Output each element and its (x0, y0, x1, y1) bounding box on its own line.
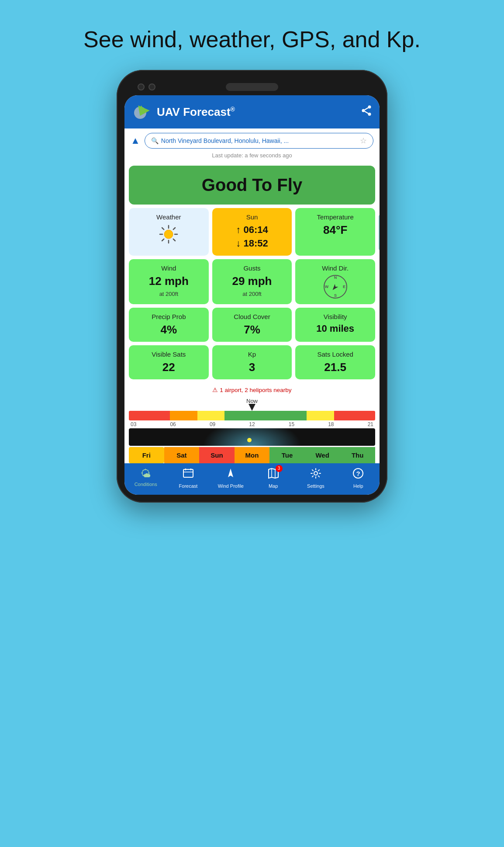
camera-left (138, 83, 145, 90)
tile-cloud-value: 7% (244, 323, 260, 337)
tile-visible-sats-label: Visible Sats (152, 351, 186, 358)
nav-conditions[interactable]: 🌤 Conditions (124, 468, 167, 489)
hour-12: 12 (249, 421, 255, 427)
tile-visibility: Visibility 10 miles (295, 308, 375, 342)
search-icon: 🔍 (151, 137, 159, 144)
nav-map-label: Map (269, 483, 278, 489)
map-badge: 3 (276, 465, 283, 472)
timeline-section: Now 03 06 09 12 15 18 21 (124, 397, 380, 463)
svg-line-7 (365, 108, 368, 110)
hour-06: 06 (170, 421, 176, 427)
tile-sun: Sun ↑ 06:14 ↓ 18:52 (212, 208, 292, 256)
page-headline: See wind, weather, GPS, and Kp. (66, 26, 438, 52)
nav-settings-label: Settings (307, 483, 324, 489)
app-logo (131, 101, 152, 122)
day-thu[interactable]: Thu (340, 447, 375, 463)
hour-09: 09 (210, 421, 215, 427)
svg-line-14 (173, 239, 175, 241)
search-area: ▲ 🔍 North Vineyard Boulevard, Honolulu, … (124, 128, 380, 150)
tile-temperature-value: 84°F (323, 223, 347, 237)
share-icon[interactable] (360, 104, 373, 120)
tl-red-2 (334, 411, 375, 420)
nav-settings[interactable]: Settings (294, 468, 337, 489)
svg-point-5 (368, 112, 371, 115)
nav-wind-profile[interactable]: Wind Profile (210, 468, 252, 489)
tile-precip-value: 4% (161, 323, 177, 337)
tile-weather-label: Weather (156, 213, 181, 221)
day-sat[interactable]: Sat (164, 447, 200, 463)
tile-sun-times: ↑ 06:14 ↓ 18:52 (236, 223, 268, 250)
tile-visible-sats: Visible Sats 22 (129, 345, 209, 379)
map-icon: 3 (268, 468, 279, 482)
tile-cloud-cover: Cloud Cover 7% (212, 308, 292, 342)
svg-text:W: W (324, 285, 328, 289)
svg-line-15 (173, 228, 175, 229)
search-input[interactable]: North Vineyard Boulevard, Honolulu, Hawa… (161, 137, 357, 144)
nav-forecast-label: Forecast (179, 483, 198, 489)
tile-gusts-label: Gusts (243, 264, 260, 272)
tile-sats-locked: Sats Locked 21.5 (295, 345, 375, 379)
svg-text:?: ? (356, 470, 360, 477)
phone-frame: UAV Forecast® ▲ 🔍 North Vineyard Bouleva… (117, 70, 387, 503)
hour-03: 03 (131, 421, 136, 427)
tile-sun-label: Sun (246, 213, 258, 221)
nav-help[interactable]: ? Help (337, 468, 380, 489)
search-input-wrap[interactable]: 🔍 North Vineyard Boulevard, Honolulu, Ha… (145, 133, 373, 149)
tile-wind-dir: Wind Dir. N E S W (295, 259, 375, 304)
tile-kp-label: Kp (248, 351, 256, 358)
nav-forecast[interactable]: Forecast (167, 468, 209, 489)
tile-gusts-value: 29 mph (232, 274, 272, 288)
day-fri[interactable]: Fri (129, 447, 164, 463)
day-tue[interactable]: Tue (269, 447, 305, 463)
day-selector: Fri Sat Sun Mon Tue Wed Thu (129, 447, 375, 463)
tile-precip-label: Precip Prob (152, 313, 186, 320)
nav-help-label: Help (353, 483, 363, 489)
tl-yellow-1 (197, 411, 225, 420)
good-to-fly-text: Good To Fly (202, 175, 302, 194)
nav-map[interactable]: 3 Map (252, 468, 294, 489)
compass-icon: N E S W (323, 274, 348, 299)
svg-marker-22 (331, 284, 338, 291)
svg-marker-27 (228, 469, 233, 477)
tile-visibility-label: Visibility (324, 313, 347, 320)
phone-screen: UAV Forecast® ▲ 🔍 North Vineyard Bouleva… (124, 95, 380, 495)
tile-gusts: Gusts 29 mph at 200ft (212, 259, 292, 304)
app-title: UAV Forecast® (157, 105, 235, 119)
day-mon[interactable]: Mon (235, 447, 270, 463)
sun-arc (203, 428, 301, 446)
tile-sats-locked-label: Sats Locked (317, 351, 353, 358)
settings-icon (310, 468, 321, 482)
favorite-star-icon[interactable]: ☆ (360, 136, 367, 146)
hour-18: 18 (328, 421, 334, 427)
nav-conditions-label: Conditions (135, 482, 157, 487)
svg-text:N: N (334, 275, 337, 280)
tile-kp: Kp 3 (212, 345, 292, 379)
camera-right (148, 83, 155, 90)
help-icon: ? (352, 468, 364, 482)
tile-visibility-value: 10 miles (316, 323, 354, 334)
sun-icon (158, 223, 180, 245)
tl-green-2 (280, 411, 307, 420)
forecast-icon (183, 468, 194, 482)
now-label: Now (246, 398, 258, 404)
location-arrow-icon[interactable]: ▲ (131, 135, 140, 146)
warning-text: 1 airport, 2 heliports nearby (220, 387, 291, 393)
svg-line-16 (162, 239, 164, 241)
tl-green-1 (224, 411, 279, 420)
wind-profile-icon (225, 468, 236, 482)
tile-temperature-label: Temperature (317, 213, 354, 221)
tile-cloud-label: Cloud Cover (234, 313, 270, 320)
now-arrow (249, 404, 255, 411)
sun-dot (247, 438, 252, 442)
tile-precip-prob: Precip Prob 4% (129, 308, 209, 342)
day-wed[interactable]: Wed (305, 447, 340, 463)
hour-15: 15 (289, 421, 294, 427)
tile-wind-value: 12 mph (149, 274, 189, 288)
day-sun[interactable]: Sun (199, 447, 235, 463)
svg-line-6 (365, 111, 368, 113)
tile-wind-dir-label: Wind Dir. (322, 264, 349, 272)
sun-arc-bar (129, 428, 375, 446)
tile-sats-locked-value: 21.5 (324, 361, 346, 374)
tile-temperature: Temperature 84°F (295, 208, 375, 256)
tl-yellow-2 (307, 411, 334, 420)
